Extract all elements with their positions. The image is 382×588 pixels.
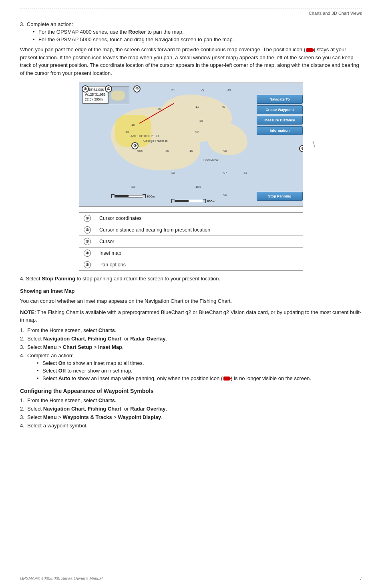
footer-right: 7 bbox=[360, 576, 362, 581]
stop-panning-bold: Stop Panning bbox=[42, 276, 75, 282]
legend-tbody: ① Cursor coordinates ② Cursor distance a… bbox=[79, 213, 303, 271]
callout-3: ③ bbox=[131, 142, 139, 149]
scale-bar-bottom: 800m bbox=[111, 194, 155, 198]
step3-bullet2: For the GPSMAP 5000 series, touch and dr… bbox=[33, 36, 362, 42]
inset-step4: 4. Complete an action: bbox=[20, 352, 362, 358]
waypoint-display-bold: Waypoint Display bbox=[118, 414, 161, 420]
map-num-104: 104 bbox=[195, 185, 201, 189]
step4-text: 4. Select Stop Panning to stop panning a… bbox=[20, 276, 362, 282]
stop-panning-btn[interactable]: Stop Panning bbox=[257, 192, 303, 201]
map-label-spoil: Spoil Area bbox=[203, 158, 218, 162]
note-text: : The Fishing Chart is available with a … bbox=[20, 309, 361, 323]
header-rule bbox=[20, 8, 362, 8]
map-num-90s: 90s bbox=[137, 149, 143, 153]
note-label: NOTE bbox=[20, 309, 34, 315]
legend-row-1: ① Cursor coordinates bbox=[79, 213, 303, 224]
legend-row-3: ③ Cursor bbox=[79, 236, 303, 248]
inset-bullet-off: Select Off to never show an inset map. bbox=[37, 368, 362, 374]
legend-symbol-2: ② bbox=[79, 224, 95, 236]
radar-overlay-bold: Radar Overlay bbox=[130, 336, 165, 342]
map-num-90b: 90 bbox=[223, 193, 227, 197]
auto-bold: Auto bbox=[58, 375, 70, 381]
waypoints-tracks-bold: Waypoints & Tracks bbox=[63, 414, 112, 420]
map-num-10: 10 bbox=[131, 123, 135, 127]
nav-chart-bold: Navigation Chart, Fishing Chart bbox=[43, 336, 121, 342]
scale-top-fill1 bbox=[175, 200, 189, 202]
footer-left: GPSMAP® 4000/5000 Series Owner's Manual bbox=[20, 576, 103, 581]
showing-inset-map-intro: You can control whether an inset map app… bbox=[20, 297, 362, 305]
inset-land bbox=[111, 91, 125, 101]
map-num-o: O bbox=[201, 89, 204, 92]
step3-bullets: For the GPSMAP 4000 series, use the Rock… bbox=[25, 29, 362, 42]
showing-inset-map-heading: Showing an Inset Map bbox=[20, 288, 362, 294]
map-num-98: 98 bbox=[223, 149, 227, 153]
map-num-70: 70 bbox=[221, 105, 225, 109]
inset-step3: 3. Select Menu > Chart Setup > Inset Map… bbox=[20, 344, 362, 350]
measure-distance-btn[interactable]: Measure Distance bbox=[257, 116, 303, 125]
legend-callout-3: ③ bbox=[84, 238, 91, 245]
charts-bold-1: Charts bbox=[99, 327, 115, 333]
step4-number: 4. bbox=[20, 276, 24, 282]
callout-2: ② bbox=[105, 85, 112, 93]
map-num-43: 43 bbox=[243, 171, 247, 175]
legend-callout-5: ⑤ bbox=[84, 261, 91, 268]
callout-4-map: ④ bbox=[133, 85, 141, 93]
map-num-49: 49 bbox=[227, 89, 231, 92]
legend-symbol-1: ① bbox=[79, 213, 95, 224]
map-label-amphitrite: AMPHITRITE PT LT bbox=[131, 134, 159, 138]
map-num-40: 40 bbox=[157, 107, 161, 111]
inset-bullet-on: Select On to show an inset map at all ti… bbox=[37, 360, 362, 366]
legend-row-2: ② Cursor distance and bearing from prese… bbox=[79, 224, 303, 236]
menu-bold-1: Menu bbox=[43, 344, 57, 350]
config-step3: 3. Select Menu > Waypoints & Tracks > Wa… bbox=[20, 414, 362, 420]
inset-step1: 1. From the Home screen, select Charts. bbox=[20, 327, 362, 333]
map-label-george: George Fraser Is bbox=[143, 139, 167, 143]
legend-desc-1: Cursor coordinates bbox=[95, 213, 303, 224]
create-waypoint-btn[interactable]: Create Waypoint bbox=[257, 105, 303, 114]
step3-number: 3. bbox=[20, 21, 24, 27]
legend-desc-5: Pan options bbox=[95, 259, 303, 271]
off-bold: Off bbox=[58, 368, 66, 374]
position-icon bbox=[306, 48, 313, 52]
configuring-heading: Configuring the Appearance of Waypoint S… bbox=[20, 388, 362, 394]
legend-desc-4: Inset map bbox=[95, 248, 303, 259]
legend-table: ① Cursor coordinates ② Cursor distance a… bbox=[79, 212, 303, 271]
map-num-92: 92 bbox=[195, 130, 199, 134]
map-num-33: 33 bbox=[131, 185, 135, 189]
configuring-steps: 1. From the Home screen, select Charts. … bbox=[20, 397, 362, 429]
legend-row-5: ⑤ Pan options bbox=[79, 259, 303, 271]
body-paragraph: When you pan past the edge of the map, t… bbox=[20, 46, 362, 77]
legend-callout-1: ① bbox=[84, 215, 91, 222]
slash-mark: \ bbox=[313, 140, 315, 149]
legend-symbol-5: ⑤ bbox=[79, 259, 95, 271]
legend-callout-4: ④ bbox=[84, 250, 91, 257]
inset-bullet-auto: Select Auto to show an inset map while p… bbox=[37, 375, 362, 381]
step3-container: 3. Complete an action: For the GPSMAP 40… bbox=[20, 21, 362, 42]
legend-row-4: ④ Inset map bbox=[79, 248, 303, 259]
chart-setup-bold: Chart Setup bbox=[63, 344, 92, 350]
scale-bar-top: 800m bbox=[171, 199, 215, 203]
scale-label-top: 800m bbox=[207, 199, 215, 203]
on-bold: On bbox=[58, 360, 66, 366]
coord-line3: 22.5k 295m bbox=[85, 97, 106, 102]
navigate-to-btn[interactable]: Navigate To bbox=[257, 95, 303, 104]
config-step1: 1. From the Home screen, select Charts. bbox=[20, 397, 362, 403]
legend-symbol-4: ④ bbox=[79, 248, 95, 259]
scale-top-right-cap bbox=[203, 199, 206, 203]
map-num-22: 22 bbox=[171, 171, 175, 175]
page-footer: GPSMAP® 4000/5000 Series Owner's Manual … bbox=[20, 576, 362, 581]
map-num-51: 51 bbox=[171, 89, 175, 92]
legend-callout-2: ② bbox=[84, 226, 91, 234]
legend-desc-2: Cursor distance and bearing from present… bbox=[95, 224, 303, 236]
information-btn[interactable]: Information bbox=[257, 126, 303, 135]
map-area: N 48°54.006' W125°31.959' 22.5k 295m 51 … bbox=[75, 83, 307, 207]
page-header: Charts and 3D Chart Views bbox=[20, 11, 362, 16]
fishing-chart-bold: Fishing Chart bbox=[88, 406, 121, 412]
step3-label-row: 3. Complete an action: bbox=[20, 21, 362, 27]
step3-bullet1: For the GPSMAP 4000 series, use the Rock… bbox=[33, 29, 362, 35]
position-icon-2 bbox=[223, 377, 230, 381]
map-num-40b: 40 bbox=[165, 149, 169, 153]
map-num-13: 13 bbox=[125, 130, 129, 134]
config-step2: 2. Select Navigation Chart, Fishing Char… bbox=[20, 406, 362, 412]
scale-top-left-cap bbox=[171, 199, 175, 203]
